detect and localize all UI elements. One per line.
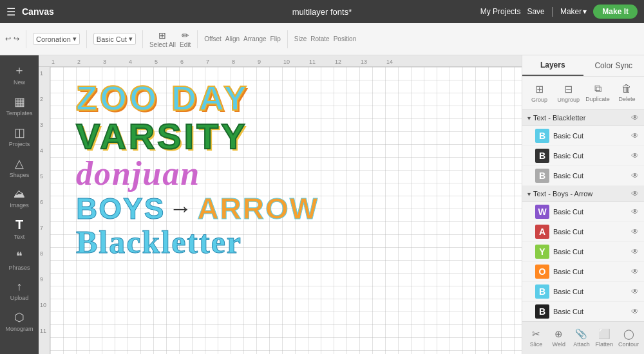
canvas-content[interactable]: ZOO DAY VARSITY donjuan BOYS → ARROW Bla… [50, 67, 522, 354]
canvas-area: 1 2 3 4 5 6 7 8 9 10 11 12 13 14 1 2 3 4… [39, 55, 522, 354]
save-button[interactable]: Save [527, 7, 544, 16]
delete-button[interactable]: 🗑 Delete [614, 80, 640, 106]
top-nav: ☰ Canvas multilayer fonts* My Projects S… [0, 0, 644, 23]
sidebar-item-images[interactable]: ⛰ Images [3, 183, 36, 212]
sidebar-item-templates[interactable]: ▦ Templates [3, 91, 36, 120]
layer-item[interactable]: O Basic Cut 👁 [522, 262, 644, 282]
slice-icon: ✂ [532, 328, 540, 340]
sidebar-item-monogram-label: Monogram [5, 326, 33, 332]
cut-type-arrow: ▾ [129, 35, 133, 43]
text-blackletter[interactable]: Blackletter [76, 225, 515, 259]
redo-button[interactable]: ↪ [14, 35, 19, 43]
layer-name: Basic Cut [553, 268, 627, 275]
nav-divider: | [551, 6, 554, 17]
tab-color-sync[interactable]: Color Sync [583, 55, 645, 76]
maker-button[interactable]: Maker ▾ [560, 7, 587, 16]
sidebar-item-shapes[interactable]: △ Shapes [3, 153, 36, 182]
layer-eye-icon[interactable]: 👁 [631, 151, 639, 160]
layer-name: Basic Cut [553, 208, 627, 216]
canvas-text-area: ZOO DAY VARSITY donjuan BOYS → ARROW Bla… [76, 80, 515, 354]
chevron-down-icon: ▾ [583, 7, 587, 16]
text-zoo-day[interactable]: ZOO DAY [76, 80, 515, 118]
sidebar-item-upload[interactable]: ↑ Upload [3, 276, 36, 305]
group-button[interactable]: ⊞ Group [526, 80, 553, 106]
sidebar-item-projects[interactable]: ◫ Projects [3, 122, 36, 151]
layer-name: Basic Cut [553, 152, 627, 160]
text-arrow-word: ARROW [197, 193, 319, 224]
flatten-button[interactable]: ⬜ Flatten [594, 326, 614, 350]
layer-item[interactable]: B Basic Cut 👁 [522, 302, 644, 321]
sidebar-item-phrases[interactable]: ❝ Phrases [3, 245, 36, 275]
position-button[interactable]: Position [334, 35, 357, 42]
layer-item[interactable]: B Basic Cut 👁 [522, 166, 644, 186]
monogram-icon: ⬡ [14, 310, 24, 324]
layer-name: Basic Cut [553, 288, 627, 295]
sidebar-item-monogram[interactable]: ⬡ Monogram [3, 306, 36, 336]
hamburger-icon[interactable]: ☰ [6, 6, 15, 18]
weld-button[interactable]: ⊕ Weld [549, 326, 569, 350]
offset-button[interactable]: Offset [204, 35, 222, 42]
chevron-blackletter: ▾ [527, 115, 531, 122]
tab-layers[interactable]: Layers [522, 55, 583, 76]
text-boys: BOYS [76, 193, 165, 224]
rotate-button[interactable]: Rotate [310, 35, 329, 42]
layer-item[interactable]: W Basic Cut 👁 [522, 202, 644, 222]
attach-button[interactable]: 📎 Attach [571, 326, 591, 350]
layer-thumb: B [535, 284, 549, 299]
flip-button[interactable]: Flip [270, 35, 281, 42]
toolbar-undo-group: ↩ ↪ [5, 35, 19, 43]
layer-thumb: O [535, 265, 549, 279]
upload-icon: ↑ [17, 280, 23, 293]
align-button[interactable]: Align [225, 35, 240, 42]
undo-button[interactable]: ↩ [5, 35, 11, 43]
cut-type-dropdown[interactable]: Basic Cut ▾ [93, 33, 136, 45]
layer-eye-icon[interactable]: 👁 [631, 287, 639, 296]
new-icon: ＋ [14, 62, 25, 78]
layer-item[interactable]: B Basic Cut 👁 [522, 146, 644, 166]
sidebar-item-new-label: New [14, 79, 25, 86]
duplicate-icon: ⧉ [594, 83, 601, 95]
layer-eye-icon[interactable]: 👁 [631, 131, 639, 140]
slice-button[interactable]: ✂ Slice [526, 326, 546, 350]
layer-group-blackletter[interactable]: ▾ Text - Blackletter 👁 [522, 110, 644, 126]
layer-thumb: B [535, 169, 549, 183]
document-title: multilayer fonts* [292, 7, 352, 17]
arrange-button[interactable]: Arrange [243, 35, 267, 42]
font-dropdown[interactable]: Coronation ▾ [33, 33, 80, 45]
contour-button[interactable]: ◯ Contour [617, 326, 640, 350]
layer-eye-icon[interactable]: 👁 [631, 227, 639, 236]
edit-button[interactable]: ✏ Edit [180, 30, 191, 48]
layer-name: Basic Cut [553, 132, 627, 140]
text-boys-arrow[interactable]: BOYS → ARROW [76, 193, 515, 225]
sidebar-item-new[interactable]: ＋ New [3, 59, 36, 89]
layer-item[interactable]: B Basic Cut 👁 [522, 126, 644, 146]
my-projects-button[interactable]: My Projects [480, 7, 521, 16]
make-it-button[interactable]: Make It [593, 5, 638, 19]
delete-icon: 🗑 [621, 83, 632, 95]
panel-bottom-actions: ✂ Slice ⊕ Weld 📎 Attach ⬜ Flatten ◯ Cont… [522, 321, 644, 354]
sidebar-item-upload-label: Upload [10, 295, 29, 301]
text-varsity[interactable]: VARSITY [76, 118, 515, 157]
layer-eye-icon[interactable]: 👁 [631, 247, 639, 256]
select-all-button[interactable]: ⊞ Select All [149, 30, 176, 48]
layer-eye-icon[interactable]: 👁 [631, 307, 639, 316]
ungroup-button[interactable]: ⊟ Ungroup [555, 80, 582, 106]
sidebar-item-templates-label: Templates [6, 110, 32, 116]
text-donjuan[interactable]: donjuan [76, 156, 515, 193]
size-button[interactable]: Size [294, 35, 307, 42]
templates-icon: ▦ [14, 95, 25, 109]
layer-eye-icon[interactable]: 👁 [631, 171, 639, 180]
eye-blackletter[interactable]: 👁 [631, 113, 639, 122]
edit-icon: ✏ [182, 30, 189, 41]
sidebar-item-projects-label: Projects [9, 141, 30, 147]
layer-eye-icon[interactable]: 👁 [631, 267, 639, 276]
layer-group-boys-arrow[interactable]: ▾ Text - Boys - Arrow 👁 [522, 186, 644, 202]
layer-item[interactable]: A Basic Cut 👁 [522, 222, 644, 242]
layer-item[interactable]: Y Basic Cut 👁 [522, 242, 644, 262]
sidebar-item-phrases-label: Phrases [8, 265, 30, 271]
duplicate-button[interactable]: ⧉ Duplicate [584, 80, 611, 106]
eye-boys-arrow[interactable]: 👁 [631, 189, 639, 198]
layer-item[interactable]: B Basic Cut 👁 [522, 282, 644, 302]
layer-eye-icon[interactable]: 👁 [631, 207, 639, 216]
sidebar-item-text[interactable]: T Text [3, 214, 36, 244]
